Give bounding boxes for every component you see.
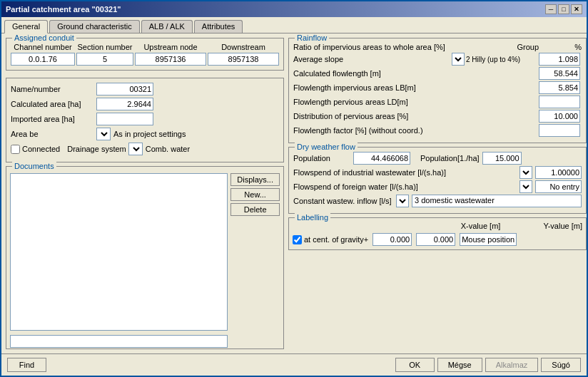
section-number-input[interactable] bbox=[76, 53, 133, 66]
flowspend-industrial-label: Flowspend of industrial wastewater [l/(s… bbox=[293, 168, 517, 177]
upstream-node-header: Upstream node bbox=[135, 43, 206, 51]
right-panel: Rainflow Ratio of impervious areas to wh… bbox=[288, 38, 587, 349]
population-label: Population bbox=[293, 154, 350, 162]
constant-wastew-select[interactable] bbox=[396, 195, 409, 207]
minimize-button[interactable]: ─ bbox=[545, 4, 557, 14]
dry-weather-title: Dry weather flow bbox=[295, 143, 358, 151]
population-per-ha-label: Population[1./ha] bbox=[420, 154, 480, 162]
flowspend-foreign-label: Flowspend of foreign water [l/(s.ha)] bbox=[293, 182, 517, 191]
calc-area-row: Calculated area [ha] bbox=[11, 98, 279, 110]
assigned-conduit-box: Assigned conduit Channel number Section … bbox=[6, 38, 284, 71]
x-value-input[interactable] bbox=[372, 233, 412, 246]
tab-attributes[interactable]: Attributes bbox=[194, 20, 243, 33]
connected-checkbox-label[interactable]: Connected bbox=[11, 145, 60, 154]
assigned-conduit-title: Assigned conduit bbox=[12, 33, 76, 42]
area-be-value: As in project settings bbox=[113, 130, 186, 138]
imported-area-input[interactable] bbox=[96, 113, 153, 125]
flowlength-perv-input[interactable] bbox=[539, 95, 580, 108]
flowspend-foreign-select[interactable] bbox=[519, 180, 532, 193]
area-be-row: Area be As in project settings bbox=[11, 128, 279, 140]
flowspend-industrial-select[interactable] bbox=[519, 166, 532, 179]
area-be-label: Area be bbox=[11, 130, 96, 138]
group-header: Group bbox=[453, 43, 539, 51]
documents-title: Documents bbox=[12, 162, 56, 170]
imported-area-label: Imported area [ha] bbox=[11, 115, 96, 123]
section-number-header: Section number bbox=[76, 43, 133, 51]
drainage-label: Drainage system bbox=[67, 145, 126, 153]
title-bar: Partial catchment area "00321" ─ □ ✕ bbox=[1, 1, 587, 17]
tab-general[interactable]: General bbox=[4, 20, 48, 33]
channel-number-input[interactable] bbox=[11, 53, 75, 66]
tabs-bar: General Ground characteristic ALB / ALK … bbox=[1, 17, 587, 33]
upstream-node-input[interactable] bbox=[135, 53, 206, 66]
avg-slope-group: 2 Hilly (up to 4%) bbox=[466, 56, 520, 63]
name-label: Name/number bbox=[11, 85, 96, 93]
labelling-content: at cent. of gravity+ bbox=[293, 233, 582, 246]
x-value-header: X-value [m] bbox=[461, 222, 501, 230]
gravity-checkbox-label[interactable]: at cent. of gravity+ bbox=[293, 235, 368, 244]
name-input[interactable] bbox=[96, 83, 153, 95]
cancel-button[interactable]: Mégse bbox=[437, 358, 482, 372]
maximize-button[interactable]: □ bbox=[558, 4, 569, 14]
displays-button[interactable]: Displays... bbox=[230, 173, 280, 186]
connected-label: Connected bbox=[22, 145, 60, 153]
area-be-select[interactable] bbox=[96, 128, 111, 140]
constant-wastew-label: Constant wastew. inflow [l/s] bbox=[293, 197, 393, 205]
tab-alb-alk[interactable]: ALB / ALK bbox=[141, 20, 193, 33]
delete-button[interactable]: Delete bbox=[230, 203, 280, 216]
distribution-label: Distribution of pervious areas [%] bbox=[293, 112, 450, 120]
population-input[interactable] bbox=[353, 152, 410, 165]
rainflow-box: Rainflow Ratio of impervious areas to wh… bbox=[288, 38, 587, 143]
y-value-input[interactable] bbox=[416, 233, 455, 246]
calc-area-label: Calculated area [ha] bbox=[11, 100, 96, 108]
labelling-box: Labelling X-value [m] Y-value [m] at cen… bbox=[288, 217, 587, 250]
imported-area-row: Imported area [ha] bbox=[11, 113, 279, 125]
main-window: Partial catchment area "00321" ─ □ ✕ Gen… bbox=[0, 0, 588, 377]
docs-content: Displays... New... Delete bbox=[10, 173, 280, 348]
avg-slope-select[interactable] bbox=[452, 53, 465, 66]
avg-slope-label: Average slope bbox=[293, 55, 450, 63]
ok-button[interactable]: OK bbox=[395, 358, 435, 372]
population-per-ha-input[interactable] bbox=[482, 152, 522, 165]
docs-path-input[interactable] bbox=[10, 335, 228, 348]
y-value-header: Y-value [m] bbox=[543, 222, 582, 230]
close-button[interactable]: ✕ bbox=[571, 4, 582, 14]
avg-slope-row: Average slope 2 Hilly (up to 4%) bbox=[293, 53, 582, 66]
find-button[interactable]: Find bbox=[7, 358, 46, 372]
apply-button[interactable]: Alkalmaz bbox=[485, 358, 539, 372]
flowlength-factor-input[interactable] bbox=[539, 124, 580, 137]
flowlength-imp-input[interactable] bbox=[539, 81, 580, 94]
connected-checkbox[interactable] bbox=[11, 145, 20, 154]
left-panel: Assigned conduit Channel number Section … bbox=[6, 38, 284, 349]
mouse-position-input[interactable] bbox=[460, 233, 517, 246]
content-area: Assigned conduit Channel number Section … bbox=[1, 33, 587, 353]
avg-slope-input[interactable] bbox=[539, 53, 580, 66]
new-button[interactable]: New... bbox=[230, 188, 280, 201]
flowspend-industrial-input[interactable] bbox=[535, 166, 582, 179]
calc-flowlength-row: Calculated flowlength [m] bbox=[293, 67, 582, 80]
distribution-input[interactable] bbox=[539, 110, 580, 123]
gravity-checkbox[interactable] bbox=[293, 235, 302, 244]
flowlength-perv-label: Flowlength pervious areas LD[m] bbox=[293, 98, 450, 106]
gravity-label: at cent. of gravity+ bbox=[304, 235, 368, 244]
flowlength-factor-row: Flowlength factor [%] (without coord.) bbox=[293, 124, 582, 137]
properties-section: Name/number Calculated area [ha] Importe… bbox=[6, 78, 284, 162]
labelling-title: Labelling bbox=[295, 213, 330, 222]
window-title: Partial catchment area "00321" bbox=[6, 5, 121, 14]
rainflow-title: Rainflow bbox=[295, 33, 329, 42]
channel-number-header: Channel number bbox=[11, 43, 75, 51]
downstream-input[interactable] bbox=[208, 53, 279, 66]
connected-row: Connected Drainage system Comb. water bbox=[11, 143, 279, 155]
flowlength-imp-label: Flowlength impervious areas LB[m] bbox=[293, 83, 450, 92]
drainage-select[interactable] bbox=[128, 143, 143, 155]
calc-area-input[interactable] bbox=[96, 98, 153, 110]
ratio-header-row: Ratio of impervious areas to whole area … bbox=[293, 43, 582, 51]
conduit-grid: Channel number Section number Upstream n… bbox=[11, 43, 279, 66]
footer-right: OK Mégse Alkalmaz Súgó bbox=[395, 358, 581, 372]
drainage-value: Comb. water bbox=[146, 145, 190, 153]
calc-flowlength-input[interactable] bbox=[539, 67, 580, 80]
help-button[interactable]: Súgó bbox=[541, 358, 581, 372]
tab-ground-characteristic[interactable]: Ground characteristic bbox=[49, 20, 140, 33]
flowspend-foreign-input[interactable] bbox=[535, 180, 582, 193]
documents-box: Documents Displays... New... Delete bbox=[6, 166, 284, 349]
